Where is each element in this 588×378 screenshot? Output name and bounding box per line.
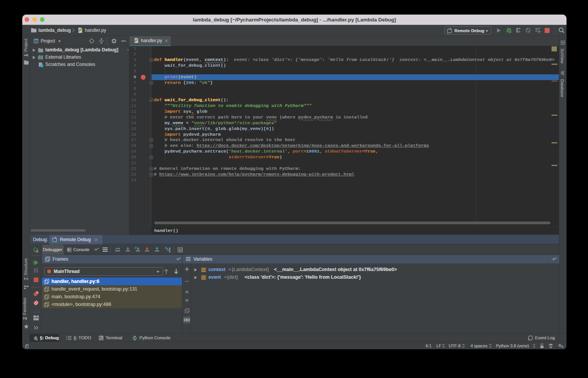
svg-text:?: ? xyxy=(563,346,564,348)
